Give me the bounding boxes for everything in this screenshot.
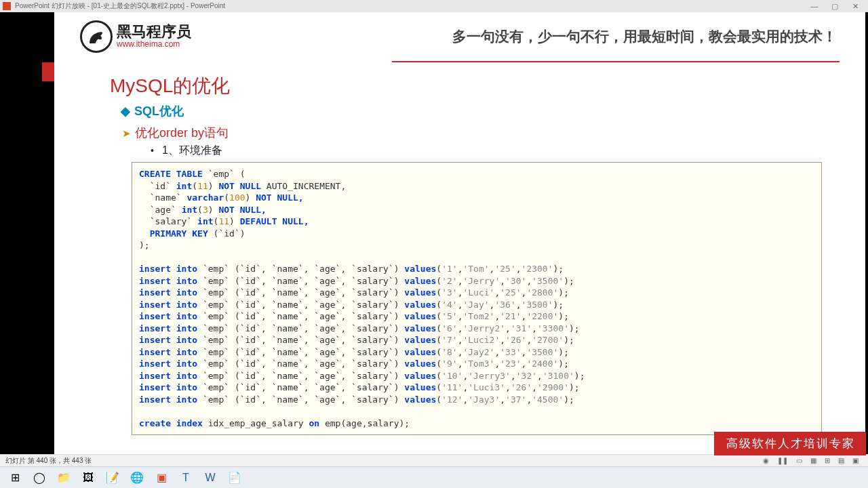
- pause-icon[interactable]: ❚❚: [777, 457, 788, 464]
- section-heading: ◆SQL优化: [121, 103, 840, 119]
- page-title: MySQL的优化: [110, 73, 840, 99]
- windows-taskbar: ⊞ ◯ 📁 🖼 📝 🌐 ▣ T W 📄: [0, 466, 868, 488]
- red-accent-block: [42, 62, 54, 81]
- logo-url: www.itheima.com: [117, 39, 191, 49]
- slogan-underline: [392, 61, 840, 62]
- minimize-button[interactable]: —: [804, 2, 825, 10]
- app1-icon[interactable]: 🖼: [76, 469, 100, 487]
- chrome-icon[interactable]: ◯: [27, 469, 52, 487]
- reading-view-icon[interactable]: ▤: [838, 457, 844, 464]
- triangle-icon: ➤: [122, 127, 131, 139]
- slide-counter: 幻灯片 第 440 张，共 443 张: [5, 456, 92, 466]
- normal-view-icon[interactable]: ▦: [810, 457, 816, 464]
- black-margin-right: [865, 12, 868, 454]
- horse-logo-icon: [80, 20, 113, 53]
- start-button[interactable]: ⊞: [3, 469, 27, 487]
- word-icon[interactable]: W: [198, 469, 222, 487]
- slogan-text: 多一句没有，少一句不行，用最短时间，教会最实用的技术！: [191, 27, 840, 46]
- slideshow-area: 黑马程序员 www.itheima.com 多一句没有，少一句不行，用最短时间，…: [0, 12, 868, 454]
- sorter-view-icon[interactable]: ⊞: [825, 457, 830, 464]
- subtitle-icon[interactable]: ▭: [796, 457, 802, 464]
- app2-icon[interactable]: 📝: [100, 469, 125, 487]
- text-icon[interactable]: T: [174, 469, 198, 487]
- statusbar: 幻灯片 第 440 张，共 443 张 ◉ ❚❚ ▭ ▦ ⊞ ▤ ▣: [0, 454, 868, 466]
- subsection-heading: ➤优化order by语句: [122, 125, 840, 141]
- powerpoint-icon: [3, 2, 11, 10]
- close-button[interactable]: ✕: [845, 2, 865, 11]
- item-heading: •1、环境准备: [151, 144, 840, 158]
- maximize-button[interactable]: ▢: [825, 2, 845, 11]
- titlebar: PowerPoint 幻灯片放映 - [01-史上最全的SQL教程2.pptx]…: [0, 0, 868, 12]
- logo-text: 黑马程序员: [117, 24, 191, 39]
- footer-ribbon: 高级软件人才培训专家: [714, 432, 866, 455]
- powerpoint-taskbar-icon[interactable]: ▣: [149, 469, 174, 487]
- sql-code-block: CREATE TABLE `emp` ( `id` int(11) NOT NU…: [132, 162, 822, 435]
- browser-icon[interactable]: 🌐: [125, 469, 149, 487]
- window-title: PowerPoint 幻灯片放映 - [01-史上最全的SQL教程2.pptx]…: [15, 1, 225, 11]
- bullet-icon: •: [151, 145, 154, 156]
- black-margin-left: [0, 12, 54, 454]
- slide-header: 黑马程序员 www.itheima.com 多一句没有，少一句不行，用最短时间，…: [80, 12, 840, 61]
- slide: 黑马程序员 www.itheima.com 多一句没有，少一句不行，用最短时间，…: [54, 12, 865, 454]
- explorer-icon[interactable]: 📁: [52, 469, 76, 487]
- logo: 黑马程序员 www.itheima.com: [80, 20, 191, 53]
- notepad-icon[interactable]: 📄: [222, 469, 247, 487]
- diamond-icon: ◆: [121, 104, 130, 118]
- slideshow-view-icon[interactable]: ▣: [852, 457, 859, 464]
- notes-icon[interactable]: ◉: [763, 457, 769, 464]
